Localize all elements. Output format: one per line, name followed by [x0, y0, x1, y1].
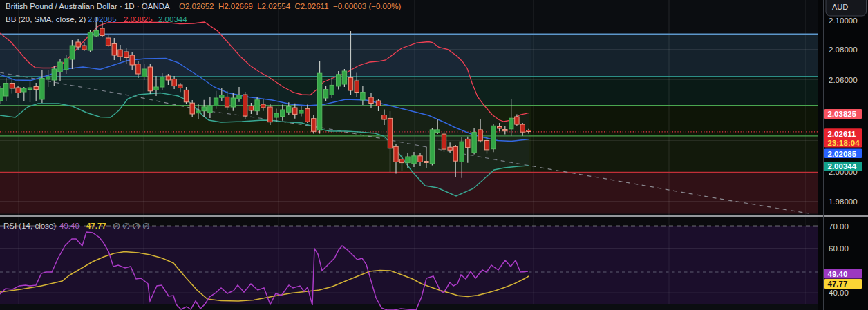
svg-text:2.10000: 2.10000 [829, 17, 858, 25]
svg-text:49.40: 49.40 [828, 270, 848, 278]
svg-text:1.98000: 1.98000 [829, 197, 858, 206]
svg-text:2.02611: 2.02611 [828, 130, 857, 138]
svg-text:23:18:04: 23:18:04 [828, 139, 860, 147]
svg-text:AUD: AUD [832, 3, 848, 11]
svg-text:47.77: 47.77 [828, 280, 848, 288]
svg-text:2.08000: 2.08000 [829, 46, 858, 54]
svg-text:40.00: 40.00 [829, 289, 849, 297]
svg-text:2.03825: 2.03825 [828, 110, 857, 118]
svg-text:2.06000: 2.06000 [829, 76, 858, 84]
svg-text:70.00: 70.00 [829, 222, 849, 231]
svg-text:2.02085: 2.02085 [828, 150, 857, 158]
svg-text:60.00: 60.00 [829, 244, 849, 253]
svg-text:2.00344: 2.00344 [828, 162, 857, 171]
